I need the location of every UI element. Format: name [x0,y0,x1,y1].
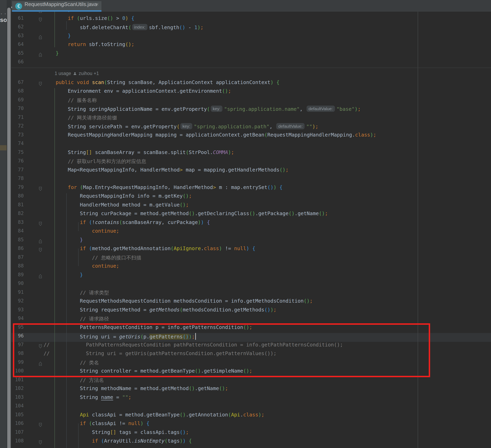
code-line[interactable]: } [44,33,491,42]
code-line[interactable]: String[] tags = classApi.tags(); [44,429,491,438]
code-line[interactable]: RequestMappingHandlerMapping mapping = a… [44,132,491,141]
code-line[interactable]: // 请求类型 [44,289,491,298]
fold-end-icon[interactable] [38,274,42,279]
code-vision-hints[interactable]: 1 usagezuihou +1 [44,68,491,79]
fold-end-icon[interactable] [38,35,42,40]
code-line[interactable]: return sbf.toString(); [44,41,491,50]
code-line[interactable]: String methodName = method.getMethod().g… [44,385,491,394]
code-line[interactable]: String requestMethod = getMethods(method… [44,307,491,316]
fold-column [24,15,44,24]
code-line[interactable]: if (method.getMethodAnnotation(ApiIgnore… [44,245,491,254]
code-line[interactable]: // String uri = getUris(pathPatternsCond… [44,351,491,359]
code-editor[interactable]: 60 }61 if (urls.size() > 0) {62 sbf.dele… [11,6,491,447]
tab-close-icon[interactable]: × [96,1,99,11]
code-line[interactable]: sbf.deleteCharAt(index:sbf.length() - 1)… [44,24,491,33]
fold-end-icon[interactable] [38,52,42,57]
fold-end-icon[interactable] [38,239,42,244]
code-token [86,219,89,225]
fold-start-icon[interactable] [38,17,42,22]
code-line[interactable]: if (classApi != null) { [44,420,491,429]
code-token: getMethods [150,307,180,313]
code-line[interactable]: continue; [44,228,491,237]
code-line[interactable]: continue; [44,263,491,272]
fold-start-icon[interactable] [38,422,42,427]
code-line[interactable]: if (ArrayUtil.isNotEmpty(tags)) { [44,438,491,447]
fold-start-icon[interactable] [38,81,42,86]
code-token: String [44,149,86,155]
code-line-row: 104 [11,403,491,412]
code-token: ( [179,202,183,208]
code-token: ! [92,219,95,225]
code-line-row: 94 // 请求路径 [11,315,491,324]
author-hint[interactable]: zuihou +1 [79,71,99,76]
code-line[interactable]: RequestMappingInfo info = m.getKey(); [44,193,491,202]
code-line[interactable] [44,59,491,68]
code-line[interactable]: String springApplicationName = env.getPr… [44,106,491,114]
code-line[interactable]: // 获取url与类和方法的对应信息 [44,158,491,167]
code-line[interactable]: if (urls.size() > 0) { [44,15,491,24]
fold-column [24,24,44,33]
code-line[interactable]: if (!contains(scanBaseArray, curPackage)… [44,219,491,228]
fold-start-icon[interactable] [38,221,42,226]
fold-start-icon[interactable] [38,186,42,191]
gutter-line-number: 91 [11,289,24,298]
code-line[interactable]: for (Map.Entry<RequestMappingInfo, Handl… [44,184,491,193]
code-line[interactable]: public void scan(String scanBase, Applic… [44,79,491,88]
code-token: ( [128,25,131,30]
code-line[interactable]: // 忽略的接口不扫描 [44,254,491,263]
code-line[interactable]: // 网关请求路径前缀 [44,114,491,123]
code-line[interactable]: // 方法名 [44,377,491,386]
code-line[interactable]: String controller = method.getBeanType()… [44,368,491,377]
code-token: public [56,79,74,85]
code-line[interactable]: String curPackage = method.getMethod().g… [44,211,491,219]
editor-tab[interactable]: C RequestMappingScanUtils.java × [12,1,102,12]
code-line-row: 64 return sbf.toString(); [11,41,491,50]
code-line[interactable]: } [44,272,491,281]
code-token: RequestMethodsRequestCondition methodsCo… [44,298,303,304]
code-line[interactable]: String[] scanBaseArray = scanBase.split(… [44,149,491,158]
code-line[interactable] [44,141,491,149]
code-line-row: 89 } [11,272,491,281]
gutter-line-number: 85 [11,237,24,246]
code-token: ( [249,211,252,216]
gutter-line-number: 65 [11,50,24,59]
code-token: ; [315,124,318,129]
code-line[interactable]: // PathPatternsRequestCondition pathPatt… [44,342,491,351]
code-line[interactable]: PatternsRequestCondition p = info.getPat… [44,324,491,333]
fold-column [24,211,44,219]
code-line[interactable] [44,281,491,289]
usages-hint[interactable]: 1 usage [55,71,71,76]
code-line[interactable]: } [44,237,491,246]
code-token: ; [128,394,131,400]
fold-start-icon[interactable] [38,344,42,349]
code-line[interactable] [44,175,491,184]
code-line[interactable]: // 类名 [44,359,491,368]
code-token: 1 [194,25,197,30]
fold-end-icon[interactable] [38,361,42,366]
code-line[interactable]: String servicePath = env.getProperty(key… [44,123,491,132]
code-line[interactable]: // 请求路径 [44,315,491,324]
code-line[interactable]: Api classApi = method.getBeanType().getA… [44,412,491,421]
code-line[interactable]: String name = ""; [44,394,491,403]
code-line-row: 88 continue; [11,263,491,272]
inlay-hint-pill: key: [211,106,223,112]
code-line[interactable]: String uri = getUris(p.getPatterns()); [44,333,491,342]
code-line[interactable]: Environment env = applicationContext.get… [44,88,491,97]
fold-start-icon[interactable] [38,248,42,252]
code-token: { [146,420,150,426]
code-line[interactable] [44,403,491,412]
code-token: ( [177,124,179,129]
code-line[interactable]: // 服务名称 [44,97,491,106]
code-line[interactable]: Map<RequestMappingInfo, HandlerMethod> m… [44,167,491,176]
scrollbar-thumb[interactable] [7,8,11,448]
code-token: continue [92,228,116,234]
code-line[interactable]: RequestMethodsRequestCondition methodsCo… [44,298,491,307]
code-line[interactable]: } [44,50,491,59]
code-line[interactable]: HandlerMethod method = m.getValue(); [44,202,491,211]
fold-column [24,307,44,316]
code-token: String springApplicationName = env.getPr… [44,106,207,112]
gutter-line-number: 63 [11,33,24,42]
code-token: scanBaseArray, curPackage [122,219,198,225]
fold-start-icon[interactable] [38,440,42,445]
code-token: { [252,245,255,251]
